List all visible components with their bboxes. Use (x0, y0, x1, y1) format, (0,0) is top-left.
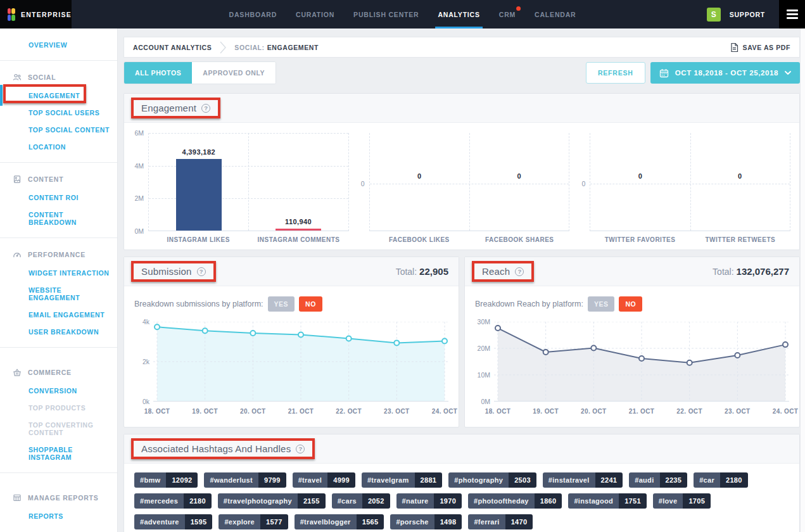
help-icon[interactable]: ? (197, 267, 206, 276)
sidebar-item-website-engagement[interactable]: WEBSITE ENGAGEMENT (0, 281, 117, 306)
sidebar-item-email-engagement[interactable]: EMAIL ENGAGEMENT (0, 306, 117, 323)
hashtag-pill[interactable]: #adventure1595 (134, 514, 212, 529)
hashtag-pill[interactable]: #travelblogger1565 (295, 514, 384, 529)
section-title: SOCIAL (28, 73, 56, 81)
hamburger-menu-icon[interactable] (779, 0, 805, 28)
sidebar-item-engagement[interactable]: ENGAGEMENT (0, 87, 117, 104)
sidebar-item-top-social-users[interactable]: TOP SOCIAL USERS (0, 104, 117, 121)
divider (0, 60, 117, 61)
divider (0, 347, 117, 348)
sidebar-item-widget-interaction[interactable]: WIDGET INTERACTION (0, 264, 117, 281)
avatar[interactable]: S (707, 8, 721, 22)
hashtag-pill[interactable]: #cars2052 (332, 493, 390, 509)
breakdown-yes-button[interactable]: YES (268, 296, 295, 312)
breakdown-label: Breakdown submissions by platform: (134, 300, 263, 308)
sidebar-item-overview[interactable]: OVERVIEW (0, 36, 117, 53)
brand-label: ENTERPRISE (21, 11, 72, 18)
help-icon[interactable]: ? (515, 267, 524, 276)
sidebar-item-content-roi[interactable]: CONTENT ROI (0, 189, 117, 206)
data-point (346, 336, 352, 341)
hashtag-pill[interactable]: #wanderlust9799 (204, 472, 286, 488)
approved-only-button[interactable]: APPROVED ONLY (192, 62, 276, 84)
calendar-icon (659, 68, 669, 78)
hashtag-pill[interactable]: #love1705 (653, 493, 711, 509)
hashtag-pill[interactable]: #photography2503 (448, 472, 536, 488)
scrollbar[interactable] (800, 28, 805, 532)
hashtag-pill[interactable]: #instatravel2241 (543, 472, 623, 488)
basket-icon (13, 368, 22, 377)
y-axis: 0 (349, 133, 369, 231)
all-photos-button[interactable]: ALL PHOTOS (124, 62, 192, 84)
bar (276, 229, 321, 231)
sidebar-item-top-products[interactable]: TOP PRODUCTS (0, 399, 117, 416)
hashtag-pill[interactable]: #porsche1498 (390, 514, 462, 529)
hashtag-name: #adventure (134, 514, 185, 529)
nav-item-calendar[interactable]: CALENDAR (525, 0, 585, 28)
x-axis-tick-label: 19. OCT (533, 408, 559, 415)
y-axis-tick-label: 4k (143, 318, 149, 326)
sidebar-item-shoppable-instagram[interactable]: SHOPPABLE INSTAGRAM (0, 441, 117, 466)
hashtag-pill[interactable]: #audi2235 (629, 472, 687, 488)
hashtag-name: #explore (219, 514, 260, 529)
refresh-button[interactable]: REFRESH (586, 62, 645, 84)
sidebar-item-user-breakdown[interactable]: USER BREAKDOWN (0, 323, 117, 340)
sidebar-item-conversion[interactable]: CONVERSION (0, 382, 117, 399)
sidebar-item-top-social-content[interactable]: TOP SOCIAL CONTENT (0, 121, 117, 138)
help-icon[interactable]: ? (201, 104, 210, 113)
hashtag-pill[interactable]: #travelgram2881 (362, 472, 442, 488)
gridline (248, 133, 249, 231)
chart-main: 18. OCT19. OCT20. OCT21. OCT22. OCT23. O… (153, 322, 448, 418)
chart-main: 00TWITTER FAVORITESTWITTER RETWEETS (590, 133, 790, 243)
breadcrumb-account-analytics[interactable]: ACCOUNT ANALYTICS (133, 44, 212, 51)
y-axis-tick-label: 4M (134, 162, 144, 170)
sidebar-item-label: ENGAGEMENT (29, 92, 80, 99)
hashtag-pill[interactable]: #ferrari1470 (468, 514, 533, 529)
sidebar: OVERVIEW SOCIAL ENGAGEMENT TOP SOCIAL US… (0, 28, 118, 532)
save-as-pdf-button[interactable]: SAVE AS PDF (730, 42, 790, 53)
hashtag-count: 2180 (720, 472, 748, 488)
hashtag-pill[interactable]: #mercedes2180 (134, 493, 212, 509)
sidebar-section-social: SOCIAL (0, 68, 117, 87)
hashtag-pill[interactable]: #explore1577 (219, 514, 288, 529)
sidebar-item-location[interactable]: LOCATION (0, 138, 117, 155)
brand[interactable]: ENTERPRISE (0, 0, 72, 28)
submission-total: Total:22,905 (396, 266, 448, 277)
hashtag-pill[interactable]: #travel4999 (293, 472, 355, 488)
engagement-card-header: Engagement ? (124, 94, 799, 123)
hashtag-pill[interactable]: #travelphotography2155 (218, 493, 326, 509)
hashtag-pill[interactable]: #bmw12092 (134, 472, 198, 488)
data-point (735, 353, 740, 358)
total-label: Total: (713, 267, 733, 277)
breakdown-no-button[interactable]: NO (619, 296, 642, 312)
date-range-label: OCT 18,2018 - OCT 25,2018 (675, 69, 778, 77)
submission-breakdown-row: Breakdown submissions by platform: YES N… (134, 296, 448, 312)
help-icon[interactable]: ? (296, 445, 305, 453)
sidebar-section-content: CONTENT (0, 170, 117, 189)
section-title: COMMERCE (28, 369, 72, 376)
hashtag-count: 12092 (166, 472, 198, 488)
breakdown-no-button[interactable]: NO (299, 296, 322, 312)
hashtag-pill[interactable]: #car2180 (694, 472, 748, 488)
nav-item-dashboard[interactable]: DASHBOARD (220, 0, 286, 28)
hashtag-pill[interactable]: #photooftheday1860 (468, 493, 562, 509)
sidebar-item-content-breakdown[interactable]: CONTENT BREAKDOWN (0, 206, 117, 231)
hashtag-count: 2235 (660, 472, 688, 488)
sidebar-item-top-converting-content[interactable]: TOP CONVERTING CONTENT (0, 416, 117, 441)
engagement-title: Engagement (141, 103, 196, 113)
hashtag-pill[interactable]: #nature1970 (396, 493, 462, 509)
hashtag-pill[interactable]: #instagood1751 (568, 493, 646, 509)
file-image-icon (13, 175, 22, 184)
nav-item-crm[interactable]: CRM (490, 0, 525, 28)
nav-item-publish-center[interactable]: PUBLISH CENTER (344, 0, 428, 28)
nav-item-curation[interactable]: CURATION (286, 0, 344, 28)
support-link[interactable]: SUPPORT (730, 11, 765, 18)
date-range-picker[interactable]: OCT 18,2018 - OCT 25,2018 (650, 62, 800, 84)
x-axis-tick-label: 21. OCT (288, 408, 314, 415)
hashtag-name: #travelgram (362, 472, 415, 488)
hashtag-count: 2180 (184, 493, 212, 509)
notification-dot (516, 6, 521, 11)
breakdown-yes-button[interactable]: YES (588, 296, 615, 312)
y-axis-tick-label: 20M (478, 345, 490, 352)
nav-item-analytics[interactable]: ANALYTICS (428, 0, 489, 28)
sidebar-item-reports[interactable]: REPORTS (0, 507, 117, 524)
